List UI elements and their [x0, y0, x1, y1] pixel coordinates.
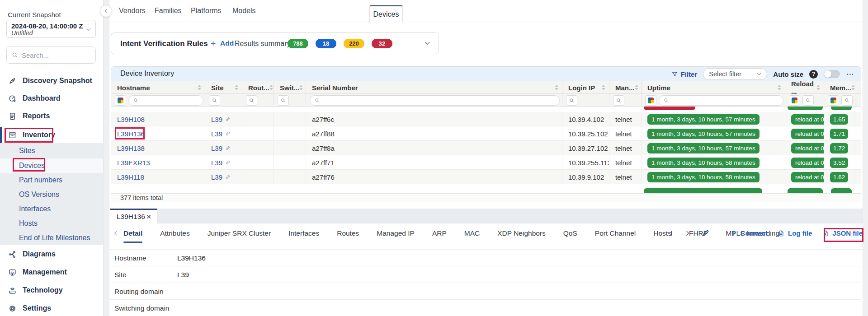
sidebar-item-management[interactable]: Management — [0, 264, 103, 280]
column-search-button[interactable] — [566, 95, 577, 106]
sort-icon[interactable] — [635, 85, 638, 90]
connect-button[interactable]: Connect — [730, 229, 768, 237]
sort-icon[interactable] — [269, 85, 273, 90]
column-header-uptime[interactable]: Uptime — [642, 81, 785, 94]
sidebar-item-settings[interactable]: Settings — [0, 300, 103, 316]
detail-tab-interfaces[interactable]: Interfaces — [288, 223, 319, 243]
sidebar-item-dashboard[interactable]: Dashboard — [0, 90, 103, 107]
detail-tab-managed-ip[interactable]: Managed IP — [377, 223, 415, 243]
table-row[interactable]: L39H108L39a27ff6c10.39.4.102telnet1 mont… — [111, 112, 861, 126]
device-detail-tab[interactable]: L39H136 ✕ — [110, 209, 157, 223]
column-header-man[interactable]: Man... — [609, 81, 642, 94]
column-header-rout[interactable]: Rout... — [242, 81, 274, 94]
sort-icon[interactable] — [778, 85, 781, 90]
column-header-hostname[interactable]: Hostname — [111, 81, 205, 94]
search-input[interactable] — [22, 51, 85, 59]
column-search-button[interactable] — [802, 95, 814, 106]
close-icon[interactable]: ✕ — [146, 213, 151, 220]
sort-icon[interactable] — [602, 85, 605, 90]
detail-tab-detail[interactable]: Detail — [123, 223, 142, 243]
column-search-input[interactable] — [310, 95, 560, 106]
sort-icon[interactable] — [299, 85, 303, 90]
sort-icon[interactable] — [198, 85, 201, 90]
column-header-swit[interactable]: Swit... — [274, 81, 306, 94]
sidebar-item-reports[interactable]: Reports — [0, 108, 103, 124]
edit-pencil-icon[interactable] — [701, 229, 710, 237]
column-search-button[interactable] — [841, 95, 853, 106]
sidebar-item-technology[interactable]: Technology — [0, 282, 103, 298]
column-search-button[interactable] — [278, 95, 289, 106]
json-file-button[interactable]: JSON file — [822, 229, 863, 237]
chevron-left-icon[interactable] — [112, 229, 120, 237]
summary-badge-yellow[interactable]: 220 — [344, 39, 364, 48]
column-search-button[interactable] — [246, 95, 257, 106]
summary-badge-red[interactable]: 32 — [372, 39, 392, 48]
sidebar-item-diagrams[interactable]: Diagrams — [0, 246, 103, 262]
sidebar-item-sites[interactable]: Sites — [0, 144, 103, 158]
detail-tab-mac[interactable]: MAC — [464, 223, 480, 243]
column-search-button[interactable] — [209, 95, 220, 106]
detail-tab-qos[interactable]: QoS — [563, 223, 577, 243]
column-header-serial[interactable]: Serial Number — [306, 81, 562, 94]
detail-tab-arp[interactable]: ARP — [432, 223, 447, 243]
tab-devices[interactable]: Devices — [369, 5, 403, 23]
site-link[interactable]: L39 — [211, 116, 231, 123]
hostname-link[interactable]: L39EXR13 — [117, 159, 150, 167]
sidebar-item-inventory[interactable]: Inventory — [0, 127, 103, 143]
chevron-down-icon[interactable] — [423, 39, 431, 47]
column-header-mem[interactable]: Mem... — [824, 81, 855, 94]
column-search-field[interactable] — [323, 97, 519, 104]
truncated-tab[interactable]: I — [670, 229, 674, 237]
color-filter-button[interactable] — [789, 95, 800, 106]
site-link[interactable]: L39 — [211, 173, 231, 181]
sidebar-item-devices[interactable]: Devices — [0, 158, 103, 173]
detail-tab-port-channel[interactable]: Port Channel — [595, 223, 636, 243]
help-icon[interactable]: ? — [809, 70, 818, 79]
column-search-field[interactable] — [672, 97, 768, 104]
add-rule-button[interactable]: Add — [210, 39, 234, 47]
log-file-button[interactable]: Log file — [778, 229, 812, 237]
tab-families[interactable]: Families — [155, 0, 182, 22]
hostname-link[interactable]: L39H118 — [117, 173, 144, 181]
more-options-icon[interactable] — [846, 70, 854, 79]
column-header-reload[interactable]: Reload ... — [785, 81, 824, 94]
site-link[interactable]: L39 — [211, 130, 231, 138]
summary-badge-blue[interactable]: 18 — [316, 39, 336, 48]
tab-models[interactable]: Models — [232, 0, 256, 22]
site-link[interactable]: L39 — [211, 159, 231, 167]
sort-icon[interactable] — [851, 85, 855, 90]
sort-icon[interactable] — [235, 85, 238, 90]
detail-tab-xdp-neighbors[interactable]: XDP Neighbors — [497, 223, 546, 243]
detail-tab-hosts[interactable]: Hosts — [653, 223, 671, 243]
color-filter-button[interactable] — [645, 95, 656, 106]
table-row[interactable]: L39H118L39a27ff7610.39.9.102telnet1 mont… — [111, 170, 861, 184]
sidebar-item-os-versions[interactable]: OS Versions — [0, 187, 103, 202]
table-row[interactable]: L39EXR13L39a27ff7110.39.255.113telnet1 m… — [111, 155, 861, 170]
color-filter-button[interactable] — [115, 95, 126, 106]
sort-icon[interactable] — [555, 85, 558, 90]
summary-badge-green[interactable]: 788 — [288, 39, 308, 48]
tab-platforms[interactable]: Platforms — [191, 0, 222, 22]
column-header-site[interactable]: Site — [205, 81, 242, 94]
sidebar-collapse-button[interactable] — [100, 5, 112, 17]
sidebar-item-discovery-snapshot[interactable]: Discovery Snapshot — [0, 73, 103, 89]
filter-button[interactable]: Filter — [671, 70, 698, 78]
chevron-right-icon[interactable] — [684, 229, 691, 237]
sidebar-item-part-numbers[interactable]: Part numbers — [0, 173, 103, 187]
table-row[interactable]: L39H138L39a27ff8a10.39.27.102telnet1 mon… — [111, 141, 861, 155]
sidebar-search[interactable] — [6, 46, 96, 64]
column-search-input[interactable] — [659, 95, 783, 106]
auto-size-toggle[interactable] — [824, 70, 840, 78]
column-search-input[interactable] — [128, 95, 203, 106]
sort-icon[interactable] — [816, 85, 820, 90]
sidebar-item-interfaces[interactable]: Interfaces — [0, 202, 103, 216]
hostname-link[interactable]: L39H136 — [117, 130, 145, 138]
detail-tab-routes[interactable]: Routes — [337, 223, 359, 243]
snapshot-selector[interactable]: 2024-08-20, 14:00:00 Z Untitled — [6, 20, 96, 38]
site-link[interactable]: L39 — [211, 144, 231, 152]
hostname-link[interactable]: L39H138 — [117, 144, 145, 152]
table-row[interactable]: L39H136L39a27ff8810.39.25.102telnet1 mon… — [111, 126, 861, 141]
column-search-field[interactable] — [142, 97, 198, 104]
column-header-login_ip[interactable]: Login IP — [562, 81, 609, 94]
sidebar-item-end-of-life-milestones[interactable]: End of Life Milestones — [0, 231, 103, 245]
